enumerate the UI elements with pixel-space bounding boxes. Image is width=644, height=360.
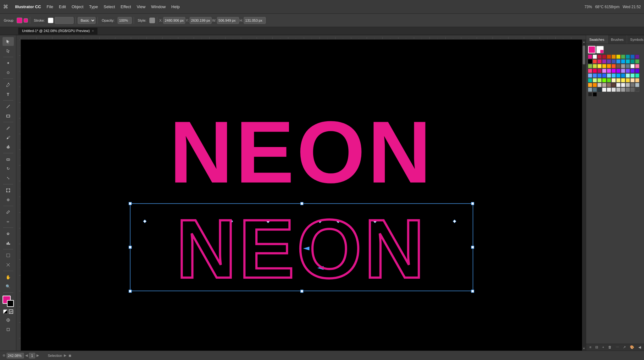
swatch-item[interactable] [593, 55, 597, 59]
extra-tool-1[interactable] [3, 316, 14, 325]
swatch-item[interactable] [593, 74, 597, 78]
swatch-item[interactable] [616, 83, 620, 87]
apple-menu[interactable]: ⌘ [3, 4, 8, 10]
swatch-item[interactable] [597, 59, 602, 63]
swatch-item[interactable] [593, 88, 597, 92]
zoom-input[interactable] [7, 353, 24, 358]
menu-object[interactable]: Object [72, 4, 84, 9]
swatch-item[interactable] [597, 64, 602, 68]
direct-selection-tool-btn[interactable] [3, 46, 14, 55]
swatch-item[interactable] [588, 74, 592, 78]
swatch-item[interactable] [635, 64, 639, 68]
swatch-item[interactable] [630, 88, 635, 92]
graph-tool-btn[interactable] [3, 239, 14, 248]
pencil-tool-btn[interactable] [3, 124, 14, 133]
swatch-item[interactable] [607, 78, 611, 82]
swatch-item[interactable] [588, 92, 592, 96]
type-tool-btn[interactable]: T [3, 90, 14, 99]
opacity-input[interactable] [118, 17, 132, 24]
swatch-item[interactable] [588, 55, 592, 59]
swatch-item[interactable] [602, 83, 606, 87]
new-swatch-icon[interactable]: + [602, 345, 604, 349]
swatch-item[interactable] [626, 88, 630, 92]
delete-swatch-icon[interactable]: 🗑 [608, 345, 612, 349]
swatch-item[interactable] [635, 74, 639, 78]
blend-tool-btn[interactable]: ∞ [3, 217, 14, 226]
stroke-swatch[interactable] [24, 18, 28, 23]
canvas-area[interactable]: NEON [16, 35, 586, 351]
swatch-item[interactable] [593, 64, 597, 68]
swatch-item[interactable] [607, 83, 611, 87]
swatch-item[interactable] [616, 55, 620, 59]
swatch-item[interactable] [626, 69, 630, 73]
swatch-item[interactable] [612, 59, 616, 63]
menu-select[interactable]: Select [103, 4, 115, 9]
swatch-item[interactable] [597, 78, 602, 82]
page-number-input[interactable] [29, 353, 35, 358]
swap-colors-btn[interactable]: ⇌ [9, 309, 13, 314]
symbols-tab[interactable]: Symbols [627, 35, 644, 44]
menu-window[interactable]: Window [151, 4, 166, 9]
shape-builder-tool-btn[interactable]: ⊕ [3, 195, 14, 204]
swatch-item[interactable] [635, 69, 639, 73]
swatch-item[interactable] [612, 69, 616, 73]
v-scrollbar[interactable]: ▲ ▼ [582, 40, 586, 351]
swatch-item[interactable] [621, 83, 625, 87]
menu-type[interactable]: Type [89, 4, 98, 9]
swatch-item[interactable] [593, 69, 597, 73]
eyedropper-tool-btn[interactable] [3, 208, 14, 216]
swatch-item[interactable] [602, 55, 606, 59]
swatch-item[interactable] [602, 74, 606, 78]
swatches-tab[interactable]: Swatches [586, 35, 608, 44]
swatch-item[interactable] [635, 78, 639, 82]
fill-swatch[interactable] [17, 18, 22, 23]
swatch-item[interactable] [616, 88, 620, 92]
swatch-item[interactable] [616, 78, 620, 82]
swatch-item[interactable] [626, 78, 630, 82]
none-color-btn[interactable] [3, 309, 8, 314]
swatch-item[interactable] [635, 83, 639, 87]
swatch-item[interactable] [635, 88, 639, 92]
swatch-item[interactable] [616, 74, 620, 78]
swatch-item[interactable] [597, 55, 602, 59]
swatch-item[interactable] [593, 83, 597, 87]
menu-file[interactable]: File [47, 4, 53, 9]
swatch-item[interactable] [607, 74, 611, 78]
menu-effect[interactable]: Effect [121, 4, 131, 9]
swatch-item[interactable] [607, 69, 611, 73]
swatch-item[interactable] [630, 55, 635, 59]
brush-select[interactable]: Basic [78, 17, 96, 24]
swatch-item[interactable] [588, 88, 592, 92]
swatch-item[interactable] [602, 59, 606, 63]
swatch-item[interactable] [626, 64, 630, 68]
neon-text-bottom-container[interactable]: NEON [129, 202, 475, 293]
swatch-item[interactable] [602, 78, 606, 82]
swatch-item[interactable] [588, 83, 592, 87]
selection-tool-btn[interactable] [3, 37, 14, 46]
swatch-item[interactable] [626, 74, 630, 78]
swatch-item[interactable] [635, 59, 639, 63]
tab-close-btn[interactable]: × [92, 29, 94, 33]
status-play-btn[interactable]: ▶ [64, 353, 66, 357]
swatch-item[interactable] [616, 59, 620, 63]
rotate-tool-btn[interactable]: ↻ [3, 164, 14, 173]
swatch-item[interactable] [626, 59, 630, 63]
nav-next[interactable]: ▶ [36, 353, 39, 357]
swatch-item[interactable] [602, 64, 606, 68]
swatch-item[interactable] [616, 69, 620, 73]
slice-tool-btn[interactable] [3, 260, 14, 269]
status-stop-btn[interactable]: ⏹ [68, 354, 72, 357]
nav-prev[interactable]: ◀ [25, 353, 28, 357]
swatch-item[interactable] [612, 78, 616, 82]
swatch-item[interactable] [630, 64, 635, 68]
stroke-weight-input[interactable] [55, 17, 74, 24]
swatch-item[interactable] [607, 55, 611, 59]
scroll-thumb[interactable] [583, 46, 585, 64]
swatch-item[interactable] [588, 78, 592, 82]
stroke-color-swatch[interactable] [48, 18, 53, 23]
swatch-item[interactable] [621, 74, 625, 78]
w-input[interactable] [217, 17, 239, 24]
swatch-item[interactable] [616, 64, 620, 68]
magic-wand-tool-btn[interactable]: ✦ [3, 59, 14, 68]
hand-tool-btn[interactable]: ✋ [3, 273, 14, 281]
